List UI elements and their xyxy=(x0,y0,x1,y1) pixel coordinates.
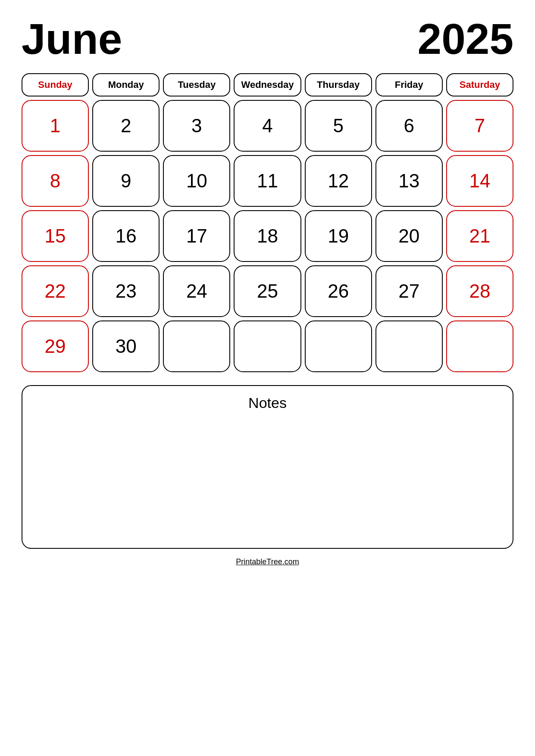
footer-link[interactable]: PrintableTree.com xyxy=(22,557,513,566)
day-cell-9[interactable]: 9 xyxy=(92,155,160,207)
day-cell-17[interactable]: 17 xyxy=(163,210,230,262)
day-header-saturday: Saturday xyxy=(446,73,513,96)
day-cell-2[interactable]: 2 xyxy=(92,100,160,152)
day-cell-18[interactable]: 18 xyxy=(234,210,301,262)
day-cell-26[interactable]: 26 xyxy=(305,265,372,317)
day-cell-4[interactable]: 4 xyxy=(234,100,301,152)
day-cell-21[interactable]: 21 xyxy=(446,210,513,262)
day-cell-14[interactable]: 14 xyxy=(446,155,513,207)
day-cell-28[interactable]: 28 xyxy=(446,265,513,317)
day-cell-15[interactable]: 15 xyxy=(22,210,89,262)
notes-section: Notes xyxy=(22,385,513,549)
day-cell-12[interactable]: 12 xyxy=(305,155,372,207)
day-cell-3[interactable]: 3 xyxy=(163,100,230,152)
day-cell-13[interactable]: 13 xyxy=(375,155,443,207)
day-cell-27[interactable]: 27 xyxy=(375,265,443,317)
day-cell-10[interactable]: 10 xyxy=(163,155,230,207)
day-cell-30[interactable]: 30 xyxy=(92,320,160,372)
day-cell-11[interactable]: 11 xyxy=(234,155,301,207)
day-cell-empty-4-5[interactable] xyxy=(375,320,443,372)
calendar-header: June 2025 xyxy=(22,17,513,60)
day-cell-25[interactable]: 25 xyxy=(234,265,301,317)
day-cell-1[interactable]: 1 xyxy=(22,100,89,152)
day-cell-24[interactable]: 24 xyxy=(163,265,230,317)
day-cell-8[interactable]: 8 xyxy=(22,155,89,207)
day-cell-empty-4-2[interactable] xyxy=(163,320,230,372)
day-cell-7[interactable]: 7 xyxy=(446,100,513,152)
day-cell-16[interactable]: 16 xyxy=(92,210,160,262)
notes-title: Notes xyxy=(35,395,500,411)
year-title: 2025 xyxy=(418,17,513,60)
month-title: June xyxy=(22,17,122,60)
day-cell-empty-4-6[interactable] xyxy=(446,320,513,372)
day-header-monday: Monday xyxy=(92,73,160,96)
day-header-tuesday: Tuesday xyxy=(163,73,230,96)
day-cell-5[interactable]: 5 xyxy=(305,100,372,152)
day-cell-19[interactable]: 19 xyxy=(305,210,372,262)
day-cell-6[interactable]: 6 xyxy=(375,100,443,152)
day-header-friday: Friday xyxy=(375,73,443,96)
day-cell-23[interactable]: 23 xyxy=(92,265,160,317)
calendar-grid: SundayMondayTuesdayWednesdayThursdayFrid… xyxy=(22,73,513,372)
day-cell-empty-4-4[interactable] xyxy=(305,320,372,372)
day-cell-empty-4-3[interactable] xyxy=(234,320,301,372)
day-cell-29[interactable]: 29 xyxy=(22,320,89,372)
day-header-sunday: Sunday xyxy=(22,73,89,96)
day-header-wednesday: Wednesday xyxy=(234,73,301,96)
day-cell-22[interactable]: 22 xyxy=(22,265,89,317)
day-cell-20[interactable]: 20 xyxy=(375,210,443,262)
day-header-thursday: Thursday xyxy=(305,73,372,96)
